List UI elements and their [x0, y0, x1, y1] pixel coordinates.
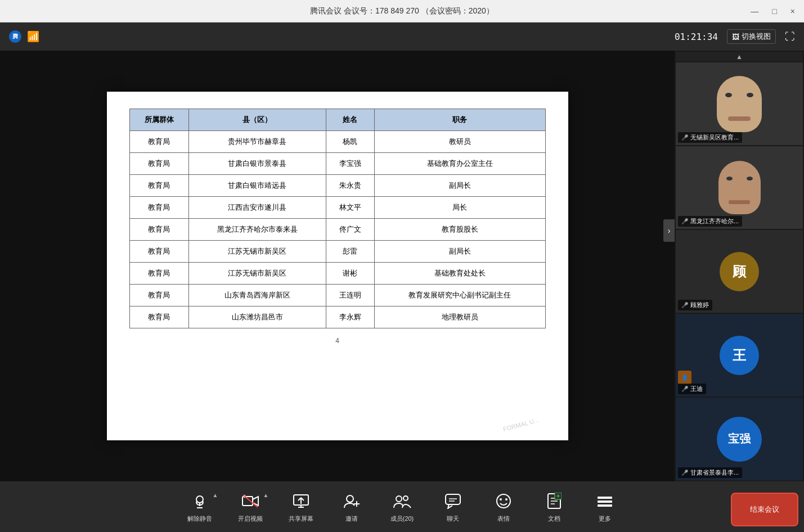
wang-di-overlay: 👤 [678, 371, 691, 384]
table-cell-7-3: 教育发展研究中心副书记副主任 [374, 285, 545, 306]
table-cell-0-2: 杨凯 [326, 131, 375, 153]
svg-rect-34 [598, 504, 612, 507]
svg-point-17 [403, 496, 408, 501]
table-cell-5-3: 副局长 [374, 241, 545, 263]
table-cell-8-2: 李永辉 [326, 306, 375, 328]
table-cell-7-1: 山东青岛西海岸新区 [188, 285, 326, 306]
window-controls[interactable]: — □ × [747, 6, 798, 17]
bottom-toolbar: ▲ 解除静音 ▲ 开启视频 共享屏幕 [0, 481, 804, 532]
presentation-area: 所属群体 县（区） 姓名 职务 教育局贵州毕节市赫章县杨凯教研员教育局甘肃白银市… [0, 51, 675, 481]
participant-card-3: 顾 🎤 顾雅婷 [676, 230, 803, 313]
avatar-5: 宝强 [717, 417, 762, 462]
table-row: 教育局甘肃白银市景泰县李宝强基础教育办公室主任 [129, 153, 545, 175]
table-cell-4-2: 佟广文 [326, 219, 375, 241]
table-body: 教育局贵州毕节市赫章县杨凯教研员教育局甘肃白银市景泰县李宝强基础教育办公室主任教… [129, 131, 545, 328]
top-bar-left: 腾 📶 [9, 30, 39, 43]
mute-label: 解除静音 [187, 515, 212, 523]
minimize-button[interactable]: — [747, 6, 762, 17]
col-header-county: 县（区） [188, 109, 326, 131]
table-cell-8-3: 地理教研员 [374, 306, 545, 328]
invite-label: 邀请 [345, 515, 358, 523]
participant-label-4: 王迪 [690, 385, 703, 393]
table-row: 教育局甘肃白银市靖远县朱永贵副局长 [129, 175, 545, 197]
avatar-3: 顾 [720, 252, 759, 291]
signal-icon: 📶 [27, 30, 39, 43]
table-cell-8-1: 山东潍坊昌邑市 [188, 306, 326, 328]
mic-icon-5: 🎤 [681, 470, 688, 476]
toolbar-video[interactable]: ▲ 开启视频 [225, 484, 276, 529]
mute-arrow: ▲ [213, 492, 218, 498]
participant-card-1: 🎤 无锡新吴区教育... [676, 62, 803, 145]
svg-point-21 [497, 494, 510, 508]
table-row: 教育局贵州毕节市赫章县杨凯教研员 [129, 131, 545, 153]
table-row: 教育局黑龙江齐齐哈尔市泰来县佟广文教育股股长 [129, 219, 545, 241]
participant-label-2: 黑龙江齐齐哈尔... [690, 217, 739, 226]
toolbar-share[interactable]: 共享屏幕 [276, 484, 326, 529]
table-cell-4-3: 教育股股长 [374, 219, 545, 241]
title-bar: 腾讯会议 会议号：178 849 270 （会议密码：2020） — □ × [0, 0, 804, 22]
toolbar-more[interactable]: 更多 [580, 484, 630, 529]
sidebar-collapse-button[interactable]: › [663, 219, 675, 242]
table-cell-1-0: 教育局 [129, 153, 188, 175]
participant-name-5: 🎤 甘肃省景泰县李... [678, 467, 742, 478]
end-meeting-button[interactable]: 结束会议 [731, 493, 798, 526]
toolbar-invite[interactable]: 邀请 [326, 484, 377, 529]
table-cell-3-0: 教育局 [129, 197, 188, 219]
table-cell-2-0: 教育局 [129, 175, 188, 197]
video-icon [240, 491, 260, 511]
toolbar-members[interactable]: 成员(20) [377, 484, 428, 529]
participant-card-5: 宝强 🎤 甘肃省景泰县李... [676, 398, 803, 480]
slide-document: 所属群体 县（区） 姓名 职务 教育局贵州毕节市赫章县杨凯教研员教育局甘肃白银市… [107, 92, 568, 440]
close-button[interactable]: × [787, 6, 798, 17]
end-meeting-label: 结束会议 [750, 504, 779, 515]
fullscreen-button[interactable]: ⛶ [785, 31, 795, 43]
table-cell-0-3: 教研员 [374, 131, 545, 153]
table-cell-7-0: 教育局 [129, 285, 188, 306]
sidebar-scroll-up[interactable]: ▲ [676, 52, 803, 61]
table-cell-3-1: 江西吉安市遂川县 [188, 197, 326, 219]
table-cell-0-1: 贵州毕节市赫章县 [188, 131, 326, 153]
share-icon [291, 491, 311, 511]
participant-name-3: 🎤 顾雅婷 [678, 300, 712, 310]
toolbar-reaction[interactable]: 表情 [478, 484, 529, 529]
top-bar: 腾 📶 01:21:34 🖼 切换视图 ⛶ [0, 22, 804, 51]
mute-icon [190, 491, 210, 511]
participant-card-2: 🎤 黑龙江齐齐哈尔... [676, 146, 803, 229]
toolbar-mute[interactable]: ▲ 解除静音 [174, 484, 225, 529]
table-cell-6-0: 教育局 [129, 263, 188, 285]
mic-icon-3: 🎤 [681, 302, 688, 308]
svg-point-22 [500, 498, 502, 501]
docs-label: 文档 [548, 515, 560, 523]
switch-view-button[interactable]: 🖼 切换视图 [727, 29, 776, 44]
switch-view-icon: 🖼 [732, 33, 739, 41]
col-header-group: 所属群体 [129, 109, 188, 131]
participant-name-2: 🎤 黑龙江齐齐哈尔... [678, 216, 742, 227]
table-row: 教育局山东潍坊昌邑市李永辉地理教研员 [129, 306, 545, 328]
top-bar-right: 01:21:34 🖼 切换视图 ⛶ [675, 29, 795, 44]
toolbar-chat[interactable]: 聊天 [428, 484, 478, 529]
video-label: 开启视频 [238, 515, 263, 523]
participant-label-3: 顾雅婷 [690, 301, 709, 309]
toolbar-docs[interactable]: 文档 [529, 484, 580, 529]
table-cell-1-3: 基础教育办公室主任 [374, 153, 545, 175]
table-row: 教育局江苏无锡市新吴区谢彬基础教育处处长 [129, 263, 545, 285]
table-cell-6-1: 江苏无锡市新吴区 [188, 263, 326, 285]
invite-icon [342, 491, 362, 511]
table-cell-5-1: 江苏无锡市新吴区 [188, 241, 326, 263]
participants-table: 所属群体 县（区） 姓名 职务 教育局贵州毕节市赫章县杨凯教研员教育局甘肃白银市… [129, 109, 546, 328]
app-logo: 腾 [9, 30, 21, 43]
participant-name-1: 🎤 无锡新吴区教育... [678, 132, 742, 143]
table-row: 教育局山东青岛西海岸新区王连明教育发展研究中心副书记副主任 [129, 285, 545, 306]
participants-sidebar: ▲ 🎤 无锡新吴区教育... [675, 51, 804, 481]
avatar-4: 王 [720, 336, 759, 375]
table-cell-1-2: 李宝强 [326, 153, 375, 175]
table-cell-5-2: 彭雷 [326, 241, 375, 263]
svg-rect-33 [598, 501, 612, 503]
table-cell-2-1: 甘肃白银市靖远县 [188, 175, 326, 197]
table-row: 教育局江苏无锡市新吴区彭雷副局长 [129, 241, 545, 263]
reaction-label: 表情 [497, 515, 510, 523]
more-label: 更多 [599, 515, 611, 523]
participant-name-4: 🎤 王迪 [678, 384, 706, 394]
participant-label-5: 甘肃省景泰县李... [690, 468, 739, 477]
maximize-button[interactable]: □ [769, 6, 780, 17]
